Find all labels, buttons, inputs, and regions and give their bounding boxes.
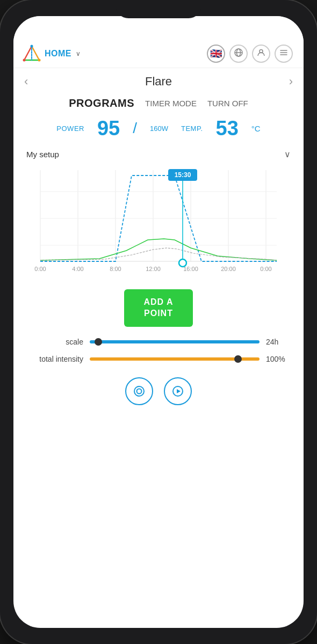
scale-label: scale [30,338,83,346]
intensity-slider[interactable] [90,357,260,361]
svg-text:16:00: 16:00 [183,266,198,272]
program-chart: 0:00 4:00 8:00 12:00 16:00 20:00 0:00 [24,165,293,280]
svg-text:20:00: 20:00 [221,266,236,272]
svg-point-6 [38,59,41,62]
stop-button[interactable] [125,377,153,405]
logo-icon [22,44,41,63]
language-flag-button[interactable]: 🇬🇧 [207,45,225,63]
svg-text:0:00: 0:00 [260,266,271,272]
svg-text:0:00: 0:00 [34,266,46,272]
svg-line-1 [32,46,39,60]
globe-icon [234,48,243,59]
intensity-label: total intensity [30,355,83,363]
globe-button[interactable] [229,45,248,63]
nav-right: 🇬🇧 [207,45,293,63]
intensity-thumb[interactable] [234,355,242,363]
svg-point-35 [179,259,186,267]
home-label[interactable]: HOME [45,49,71,58]
nav-left: HOME ∨ [22,44,81,63]
add-point-line1: ADD A [143,297,173,306]
menu-button[interactable] [275,45,293,63]
svg-point-4 [31,45,33,48]
svg-point-37 [137,389,142,393]
scale-value: 24h [266,338,287,346]
hamburger-icon [279,48,288,59]
svg-point-5 [23,59,26,62]
add-point-line2: POINT [144,309,173,318]
power-value: 95 [97,118,120,138]
svg-text:8:00: 8:00 [110,266,121,272]
svg-text:4:00: 4:00 [72,266,83,272]
scale-slider-row: scale 24h [30,338,287,346]
svg-line-0 [24,46,32,60]
flag-icon: 🇬🇧 [210,48,222,60]
scale-slider[interactable] [90,340,260,343]
temp-unit: °C [251,124,261,133]
prev-page-button[interactable]: ‹ [24,75,28,89]
svg-text:12:00: 12:00 [146,266,161,272]
phone-notch [116,0,201,18]
setup-row[interactable]: My setup ∨ [13,144,304,163]
play-icon [172,385,184,397]
page-title-row: ‹ Flare › [13,68,304,95]
scale-thumb[interactable] [95,338,102,346]
power-divider: / [133,120,137,137]
tab-turn-off[interactable]: TURN OFF [207,99,248,108]
user-button[interactable] [252,45,270,63]
svg-point-36 [134,386,144,396]
status-bar [13,16,304,40]
tab-programs[interactable]: PROGRAMS [69,97,134,109]
temp-label: TEMP. [181,125,203,133]
sliders-section: scale 24h total intensity 100% [13,332,304,369]
intensity-value: 100% [266,355,287,363]
next-page-button[interactable]: › [289,75,293,89]
bottom-controls [13,369,304,416]
setup-chevron-icon[interactable]: ∨ [284,149,291,159]
user-icon [257,48,265,59]
power-label: POWER [56,125,84,133]
add-point-button[interactable]: ADD A POINT [124,289,192,327]
power-temp-row: POWER 95 / 160W TEMP. 53 °C [13,115,304,144]
temp-value: 53 [216,118,239,138]
setup-label: My setup [26,150,59,159]
top-nav: HOME ∨ 🇬🇧 [13,40,304,68]
svg-text:15:30: 15:30 [175,171,191,179]
home-chevron-icon[interactable]: ∨ [76,50,81,57]
phone-frame: HOME ∨ 🇬🇧 [0,0,317,644]
stop-icon [133,385,145,397]
play-button[interactable] [164,377,192,405]
power-max: 160W [150,125,168,133]
tab-timer-mode[interactable]: TIMER MODE [145,99,197,108]
add-point-section: ADD A POINT [13,281,304,332]
page-title: Flare [145,75,172,89]
phone-screen: HOME ∨ 🇬🇧 [13,16,304,628]
chart-container[interactable]: 0:00 4:00 8:00 12:00 16:00 20:00 0:00 [24,163,293,281]
svg-marker-39 [177,389,181,393]
tab-row: PROGRAMS TIMER MODE TURN OFF [13,95,304,115]
intensity-slider-row: total intensity 100% [30,355,287,363]
